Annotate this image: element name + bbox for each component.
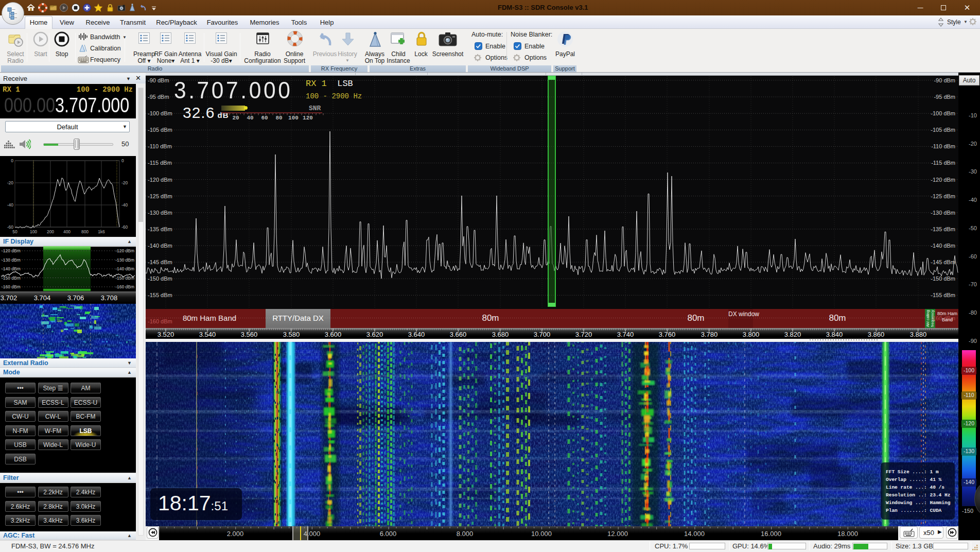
svg-text:0: 0 [121,158,124,163]
svg-text:-140 dBm: -140 dBm [115,266,134,271]
svg-text:400: 400 [63,229,71,234]
svg-text:-20: -20 [7,180,14,185]
svg-text:-120 dBm: -120 dBm [2,248,21,253]
svg-text:-130 dBm: -130 dBm [2,257,21,263]
svg-text:-160 dBm: -160 dBm [115,284,134,289]
svg-text:-130 dBm: -130 dBm [115,257,134,263]
svg-text:-160 dBm: -160 dBm [2,284,21,289]
svg-text:-140 dBm: -140 dBm [2,266,21,271]
svg-text:-120 dBm: -120 dBm [115,248,134,253]
svg-text:0: 0 [11,158,13,163]
svg-text:800: 800 [81,229,89,234]
svg-text:50: 50 [12,229,18,234]
svg-text:-60: -60 [121,225,128,230]
svg-text:-20: -20 [121,180,128,185]
svg-text:200: 200 [47,229,54,234]
svg-text:-40: -40 [7,202,14,208]
svg-text:100: 100 [30,229,37,234]
svg-text:1k6: 1k6 [98,229,105,234]
svg-text:-40: -40 [121,202,128,208]
